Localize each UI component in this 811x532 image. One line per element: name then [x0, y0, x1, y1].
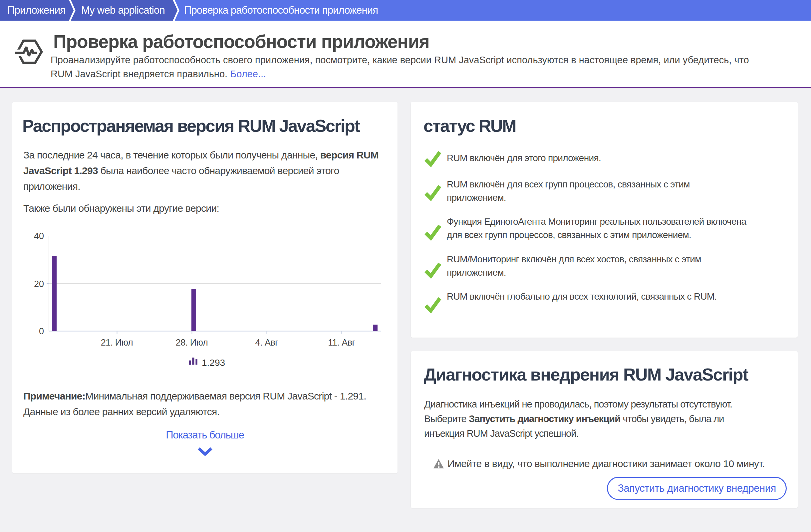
- svg-text:28. Июл: 28. Июл: [176, 338, 208, 348]
- svg-text:4. Авг: 4. Авг: [255, 338, 278, 348]
- svg-text:20: 20: [34, 279, 44, 289]
- svg-text:40: 40: [34, 231, 44, 241]
- svg-text:11. Авг: 11. Авг: [328, 338, 355, 348]
- svg-text:21. Июл: 21. Июл: [101, 338, 133, 348]
- svg-text:0: 0: [39, 326, 44, 336]
